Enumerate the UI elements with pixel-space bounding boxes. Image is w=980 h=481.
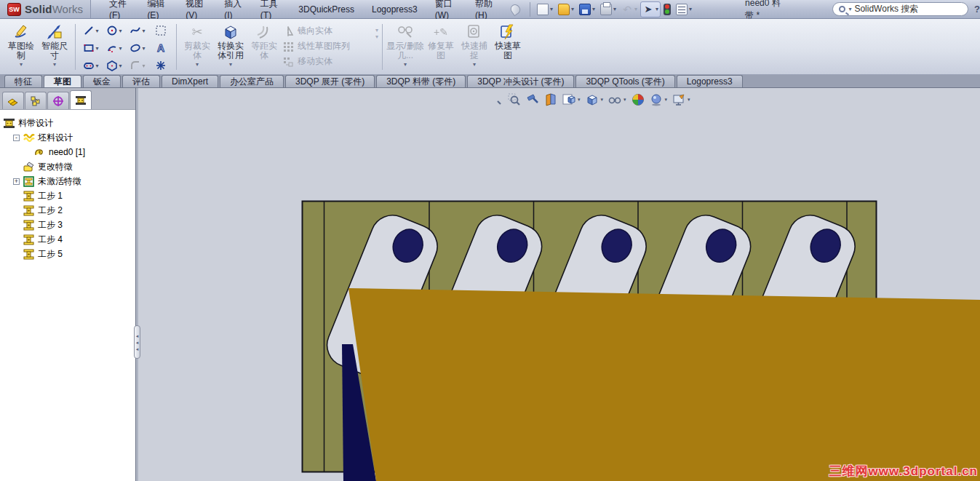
panel-tab-propertymanager[interactable] (25, 92, 47, 109)
view-settings-button[interactable]: ▾ (649, 92, 669, 107)
apply-scene-button[interactable] (631, 92, 645, 107)
circle-tool-button[interactable]: ▾ (103, 22, 126, 39)
options-caret-icon[interactable]: ▾ (689, 6, 692, 12)
line-tool-button[interactable]: ▾ (79, 22, 103, 39)
upper-die-shape[interactable] (348, 288, 980, 481)
polygon-caret-icon[interactable]: ▾ (119, 63, 121, 69)
text-tool-button[interactable]: A (149, 39, 172, 57)
sketch-button[interactable]: 草图绘制 ▾ (4, 21, 38, 68)
smart-dimension-caret-icon[interactable]: ▾ (53, 61, 56, 68)
tree-item-strip-design[interactable]: 料带设计 (3, 116, 135, 130)
rectangle-caret-icon[interactable]: ▾ (95, 45, 98, 52)
tab-features[interactable]: 特征 (4, 75, 42, 87)
menu-3dquickpress[interactable]: 3DQuickPress (290, 1, 362, 17)
save-caret-icon[interactable]: ▾ (592, 6, 595, 12)
polygon-tool-button[interactable]: ▾ (103, 57, 126, 74)
section-view-button[interactable] (543, 92, 558, 107)
slot-caret-icon[interactable]: ▾ (95, 63, 98, 69)
search-box[interactable]: ▾ SolidWorks 搜索 (832, 2, 968, 16)
expand-icon[interactable]: + (13, 178, 20, 185)
new-caret-icon[interactable]: ▾ (550, 6, 553, 12)
edit-appearance-button[interactable]: ▾ (672, 92, 691, 107)
spline-tool-button[interactable]: ▾ (126, 22, 149, 39)
point-tool-button[interactable] (149, 57, 172, 74)
select-tool-button[interactable]: ➤▾ (640, 1, 661, 17)
display-delete-relations-button[interactable]: 显示/删除几... ▾ (386, 21, 424, 68)
search-scope-caret-icon[interactable]: ▾ (848, 6, 851, 12)
ellipse-caret-icon[interactable]: ▾ (142, 45, 145, 52)
arc-tool-button[interactable]: ▾ (103, 39, 126, 57)
view-settings-caret-icon[interactable]: ▾ (665, 97, 668, 103)
new-document-button[interactable]: ▾ (535, 1, 555, 17)
fillet-tool-button[interactable]: ▾ (126, 57, 149, 74)
quick-snaps-button[interactable]: 快速捕捉 ▾ (458, 21, 491, 68)
tab-3dqp-qtools[interactable]: 3DQP QTools (零件) (575, 75, 674, 87)
collapse-icon[interactable]: - (13, 135, 20, 141)
help-button[interactable]: ? (974, 4, 980, 15)
tree-item-station-3[interactable]: 工步 3 (3, 218, 135, 232)
mirror-entities-button[interactable]: 镜向实体 (281, 23, 375, 39)
move-entities-button[interactable]: 移动实体 (281, 54, 375, 69)
tab-3dqp-unfold[interactable]: 3DQP 展开 (零件) (285, 75, 375, 87)
rebuild-button[interactable] (661, 1, 673, 17)
tab-office-products[interactable]: 办公室产品 (220, 75, 284, 87)
previous-view-button[interactable] (525, 92, 540, 107)
save-button[interactable]: ▾ (577, 1, 597, 17)
hide-show-caret-icon[interactable]: ▾ (624, 97, 626, 103)
circle-caret-icon[interactable]: ▾ (119, 28, 121, 34)
zoom-fit-button[interactable] (489, 92, 503, 107)
tab-sheet-metal[interactable]: 钣金 (83, 75, 121, 87)
selection-box-button[interactable] (149, 22, 172, 39)
panel-collapse-handle[interactable]: ◂ ◂ ◂ (134, 325, 140, 359)
graphics-viewport[interactable]: ▾ ▾ ▾ ▾ ▾ 三维网www.3dportal.cn (138, 88, 980, 481)
smart-dimension-button[interactable]: 智能尺寸 ▾ (38, 21, 71, 68)
trim-entities-button[interactable]: ✂ 剪裁实体 ▾ (180, 21, 214, 68)
options-button[interactable]: ▾ (674, 1, 694, 17)
undo-button[interactable]: ↶▾ (619, 1, 640, 17)
panel-tab-strip-design[interactable] (70, 90, 92, 109)
tab-3dqp-punch-design[interactable]: 3DQP 冲头设计 (零件) (467, 75, 574, 87)
offset-entities-button[interactable]: 等距实体 (247, 21, 281, 61)
tree-item-station-4[interactable]: 工步 4 (3, 232, 135, 247)
tab-dimxpert[interactable]: DimXpert (162, 75, 218, 87)
tree-item-need0[interactable]: need0 [1] (3, 145, 135, 159)
select-caret-icon[interactable]: ▾ (656, 6, 658, 12)
panel-tab-configurationmanager[interactable] (47, 92, 69, 109)
print-caret-icon[interactable]: ▾ (613, 6, 616, 12)
tab-3dqp-strip[interactable]: 3DQP 料带 (零件) (376, 75, 466, 87)
rectangle-tool-button[interactable]: ▾ (79, 39, 103, 57)
tree-item-station-1[interactable]: 工步 1 (3, 188, 135, 203)
tree-item-blank-design[interactable]: - 坯料设计 (3, 130, 135, 145)
convert-entities-button[interactable]: 转换实体引用 ▾ (214, 21, 247, 68)
cad-scene[interactable] (138, 88, 980, 481)
line-caret-icon[interactable]: ▾ (95, 28, 98, 34)
ellipse-tool-button[interactable]: ▾ (126, 39, 149, 57)
tree-item-station-2[interactable]: 工步 2 (3, 203, 135, 218)
tree-item-inactive-features[interactable]: + 未激活特徵 (3, 174, 135, 188)
edit-appearance-caret-icon[interactable]: ▾ (688, 97, 690, 103)
tree-item-change-feature[interactable]: 更改特徵 (3, 159, 135, 174)
slot-tool-button[interactable]: ▾ (79, 57, 103, 74)
zoom-area-button[interactable] (507, 92, 522, 107)
rapid-sketch-button[interactable]: 快速草图 (491, 21, 525, 61)
view-orientation-button[interactable]: ▾ (562, 92, 581, 107)
search-input[interactable]: SolidWorks 搜索 (854, 3, 918, 15)
linear-sketch-pattern-button[interactable]: 线性草图阵列 (281, 39, 375, 54)
pin-menu-icon[interactable] (509, 2, 522, 16)
open-caret-icon[interactable]: ▾ (571, 6, 574, 12)
print-button[interactable]: ▾ (598, 1, 618, 17)
sketch-caret-icon[interactable]: ▾ (20, 61, 23, 68)
menu-logopress3[interactable]: Logopress3 (364, 1, 426, 17)
tree-item-station-5[interactable]: 工步 5 (3, 247, 135, 261)
tab-evaluate[interactable]: 评估 (122, 75, 160, 87)
tab-sketch[interactable]: 草图 (44, 75, 81, 87)
open-button[interactable]: ▾ (556, 1, 576, 17)
panel-tab-featuremanager[interactable] (2, 92, 24, 109)
hide-show-items-button[interactable]: ▾ (607, 92, 627, 107)
tab-logopress3[interactable]: Logopress3 (677, 75, 743, 87)
arc-caret-icon[interactable]: ▾ (119, 45, 121, 52)
view-orientation-caret-icon[interactable]: ▾ (578, 97, 581, 103)
display-style-button[interactable]: ▾ (585, 92, 605, 107)
repair-sketch-button[interactable]: +✎ 修复草图 (424, 21, 458, 61)
spline-caret-icon[interactable]: ▾ (142, 28, 145, 34)
